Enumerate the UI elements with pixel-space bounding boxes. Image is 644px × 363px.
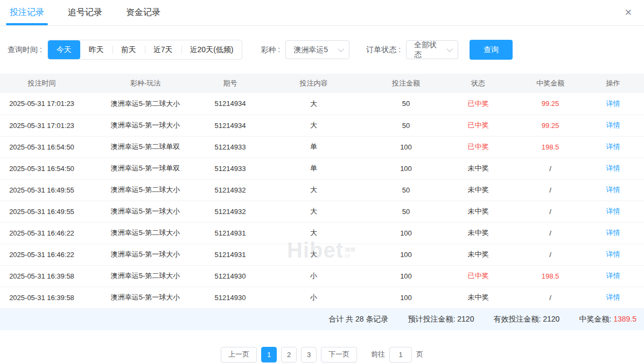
lottery-playtype: 澳洲幸运5-第二球大小 xyxy=(83,265,207,287)
table-row: 2025-05-31 16:49:55 澳洲幸运5-第一球大小 51214932… xyxy=(0,201,644,222)
order-status-label: 订单状态 : xyxy=(366,45,401,55)
prize-amount: / xyxy=(519,201,582,222)
action-cell: 详情 xyxy=(582,93,644,115)
status-text: 未中奖 xyxy=(438,179,519,201)
filter-bar: 查询时间 : 今天昨天前天近7天近20天(低频) 彩种 : 澳洲幸运5 订单状态… xyxy=(0,26,644,74)
action-cell: 详情 xyxy=(582,158,644,179)
page-input[interactable] xyxy=(389,347,412,362)
action-cell: 详情 xyxy=(582,201,644,222)
action-cell: 详情 xyxy=(582,136,644,158)
bet-amount: 50 xyxy=(374,179,438,201)
time-filter-option[interactable]: 昨天 xyxy=(80,40,113,59)
chevron-down-icon xyxy=(338,46,344,52)
time-filter-option[interactable]: 近20天(低频) xyxy=(181,40,242,59)
column-header: 投注时间 xyxy=(0,74,83,93)
bet-time: 2025-05-31 16:54:50 xyxy=(0,158,83,179)
detail-link[interactable]: 详情 xyxy=(606,164,620,172)
bet-time: 2025-05-31 17:01:23 xyxy=(0,93,83,115)
page-number-button[interactable]: 2 xyxy=(281,347,297,362)
table-row: 2025-05-31 17:01:23 澳洲幸运5-第二球大小 51214934… xyxy=(0,93,644,115)
status-text: 未中奖 xyxy=(438,158,519,179)
prize-amount: 198.5 xyxy=(519,136,582,158)
goto-label: 前往 xyxy=(371,350,385,359)
action-cell: 详情 xyxy=(582,222,644,244)
expected-bet-amount: 预计投注金额: 2120 xyxy=(408,315,474,324)
bet-time: 2025-05-31 16:49:55 xyxy=(0,201,83,222)
lottery-playtype: 澳洲幸运5-第一球大小 xyxy=(83,244,207,265)
detail-link[interactable]: 详情 xyxy=(606,143,620,151)
lottery-select[interactable]: 澳洲幸运5 xyxy=(285,40,349,59)
table-row: 2025-05-31 16:49:55 澳洲幸运5-第二球大小 51214932… xyxy=(0,179,644,201)
pagination: 上一页 123 下一页 前往 页 xyxy=(0,347,644,362)
bet-amount: 100 xyxy=(374,287,438,308)
tab-bet-records[interactable]: 追号记录 xyxy=(68,0,102,25)
bet-amount: 50 xyxy=(374,115,438,136)
status-text: 已中奖 xyxy=(438,93,519,115)
bet-content: 大 xyxy=(253,222,374,244)
next-page-button[interactable]: 下一页 xyxy=(321,347,357,362)
lottery-playtype: 澳洲幸运5-第一球大小 xyxy=(83,115,207,136)
prize-amount: / xyxy=(519,287,582,308)
status-text: 未中奖 xyxy=(438,244,519,265)
goto-page: 前往 页 xyxy=(371,347,423,362)
query-button[interactable]: 查询 xyxy=(470,40,513,60)
column-header: 期号 xyxy=(207,74,253,93)
detail-link[interactable]: 详情 xyxy=(606,186,620,194)
status-text: 已中奖 xyxy=(438,115,519,136)
close-icon[interactable]: ✕ xyxy=(625,8,632,17)
bet-content: 单 xyxy=(253,158,374,179)
prize-amount: / xyxy=(519,244,582,265)
table-row: 2025-05-31 16:54:50 澳洲幸运5-第二球单双 51214933… xyxy=(0,136,644,158)
bet-amount: 100 xyxy=(374,158,438,179)
tab-bet-records[interactable]: 资金记录 xyxy=(126,0,160,25)
bet-time: 2025-05-31 16:39:58 xyxy=(0,287,83,308)
bet-time: 2025-05-31 17:01:23 xyxy=(0,115,83,136)
order-status-select[interactable]: 全部状态 xyxy=(406,40,458,59)
bet-amount: 50 xyxy=(374,93,438,115)
detail-link[interactable]: 详情 xyxy=(606,207,620,215)
detail-link[interactable]: 详情 xyxy=(606,121,620,129)
action-cell: 详情 xyxy=(582,179,644,201)
page-number-button[interactable]: 1 xyxy=(261,347,277,362)
status-text: 未中奖 xyxy=(438,287,519,308)
prize-amount: 99.25 xyxy=(519,93,582,115)
detail-link[interactable]: 详情 xyxy=(606,272,620,280)
lottery-playtype: 澳洲幸运5-第二球单双 xyxy=(83,136,207,158)
bet-content: 小 xyxy=(253,287,374,308)
bet-time: 2025-05-31 16:49:55 xyxy=(0,179,83,201)
bet-content: 大 xyxy=(253,179,374,201)
column-header: 投注内容 xyxy=(253,74,374,93)
table-row: 2025-05-31 17:01:23 澳洲幸运5-第一球大小 51214934… xyxy=(0,115,644,136)
detail-link[interactable]: 详情 xyxy=(606,293,620,301)
prev-page-button[interactable]: 上一页 xyxy=(221,347,257,362)
tab-bet-records[interactable]: 投注记录 xyxy=(10,0,44,25)
detail-link[interactable]: 详情 xyxy=(606,99,620,108)
prize-amount: / xyxy=(519,179,582,201)
issue-number: 51214931 xyxy=(207,222,253,244)
status-text: 未中奖 xyxy=(438,201,519,222)
time-filter-option[interactable]: 前天 xyxy=(113,40,145,59)
detail-link[interactable]: 详情 xyxy=(606,250,620,258)
action-cell: 详情 xyxy=(582,287,644,308)
issue-number: 51214934 xyxy=(207,93,253,115)
lottery-playtype: 澳洲幸运5-第一球大小 xyxy=(83,287,207,308)
action-cell: 详情 xyxy=(582,115,644,136)
bet-amount: 100 xyxy=(374,222,438,244)
bet-content: 大 xyxy=(253,244,374,265)
lottery-playtype: 澳洲幸运5-第二球大小 xyxy=(83,222,207,244)
bet-time: 2025-05-31 16:54:50 xyxy=(0,136,83,158)
issue-number: 51214932 xyxy=(207,179,253,201)
action-cell: 详情 xyxy=(582,265,644,287)
time-filter-option[interactable]: 今天 xyxy=(48,40,80,59)
detail-link[interactable]: 详情 xyxy=(606,229,620,237)
issue-number: 51214932 xyxy=(207,201,253,222)
bet-time: 2025-05-31 16:39:58 xyxy=(0,265,83,287)
page-number-button[interactable]: 3 xyxy=(301,347,317,362)
bet-content: 大 xyxy=(253,115,374,136)
total-prize-amount: 中奖金额: 1389.5 xyxy=(579,315,636,324)
table-row: 2025-05-31 16:54:50 澳洲幸运5-第一球单双 51214933… xyxy=(0,158,644,179)
order-status-select-value: 全部状态 xyxy=(414,40,443,60)
table-row: 2025-05-31 16:39:58 澳洲幸运5-第二球大小 51214930… xyxy=(0,265,644,287)
time-filter-option[interactable]: 近7天 xyxy=(145,40,181,59)
issue-number: 51214930 xyxy=(207,265,253,287)
